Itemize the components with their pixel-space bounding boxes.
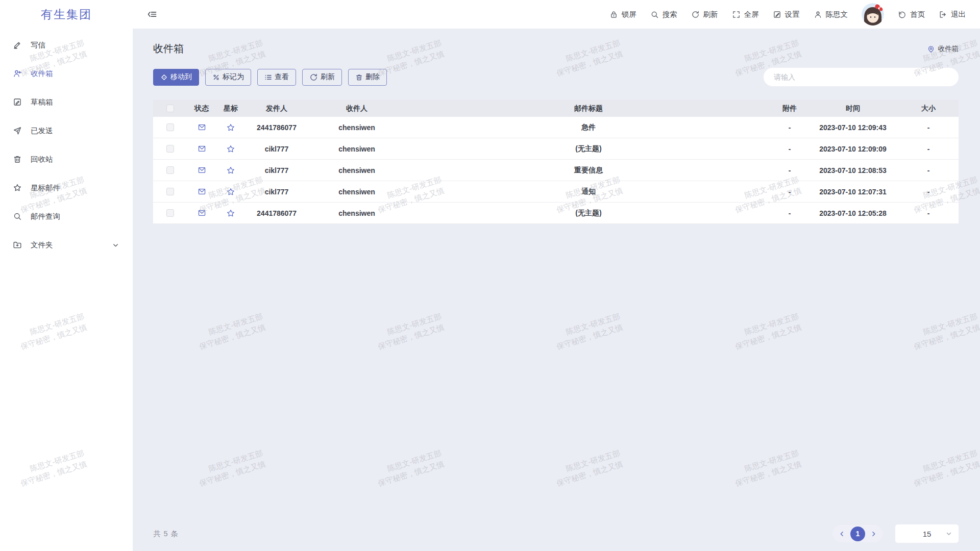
topbar-action-label: 全屏 xyxy=(744,10,759,19)
search-input[interactable] xyxy=(764,68,959,86)
subject-cell[interactable]: 重要信息 xyxy=(405,166,772,175)
delete-button[interactable]: 删除 xyxy=(348,69,387,86)
sidebar-item-starred[interactable]: 星标邮件 xyxy=(0,173,133,202)
sender-cell: cikl777 xyxy=(245,145,308,153)
star-icon[interactable] xyxy=(226,123,235,132)
topbar-action-refresh[interactable]: 刷新 xyxy=(691,10,718,19)
logout-icon xyxy=(939,10,947,19)
view-button[interactable]: 查看 xyxy=(257,69,296,86)
fullscreen-icon xyxy=(732,10,741,19)
sidebar-item-drafts[interactable]: 草稿箱 xyxy=(0,88,133,116)
sidebar-item-trash[interactable]: 回收站 xyxy=(0,145,133,173)
time-cell: 2023-07-10 12:09:09 xyxy=(807,145,898,153)
mail-search-icon xyxy=(13,212,22,221)
star-cell xyxy=(216,209,245,218)
recipient-value: chensiwen xyxy=(338,209,375,217)
row-checkbox-cell xyxy=(153,209,187,217)
sidebar-item-inbox[interactable]: 收件箱 xyxy=(0,59,133,88)
size-value: - xyxy=(927,188,930,196)
row-checkbox[interactable] xyxy=(166,123,174,131)
attachment-cell: - xyxy=(772,145,807,153)
table-footer: 共 5 条 1 15 xyxy=(153,524,959,543)
page-size-select[interactable]: 15 xyxy=(895,524,959,543)
next-page-icon[interactable] xyxy=(870,530,877,538)
row-checkbox[interactable] xyxy=(166,166,174,174)
trash-icon xyxy=(13,155,22,164)
location-pin-icon xyxy=(927,45,935,53)
star-icon[interactable] xyxy=(226,144,235,154)
topbar-action-label: 刷新 xyxy=(703,10,718,19)
row-checkbox-cell xyxy=(153,188,187,195)
subject-cell[interactable]: 通知 xyxy=(405,187,772,196)
star-icon[interactable] xyxy=(226,166,235,175)
sidebar-collapse-icon[interactable] xyxy=(147,9,157,21)
attachment-cell: - xyxy=(772,123,807,132)
attachment-value: - xyxy=(789,188,791,196)
time-value: 2023-07-10 12:09:09 xyxy=(819,145,887,153)
star-icon[interactable] xyxy=(226,187,235,196)
sidebar-item-label: 写信 xyxy=(31,40,45,50)
mark-as-button[interactable]: 标记为 xyxy=(205,69,251,86)
move-to-button[interactable]: 移动到 xyxy=(153,69,199,86)
attachment-value: - xyxy=(789,145,791,153)
sent-icon xyxy=(13,126,22,135)
column-header-label: 大小 xyxy=(921,104,936,113)
subject-cell[interactable]: 急件 xyxy=(405,123,772,132)
topbar-action-user[interactable]: 陈思文 xyxy=(814,10,848,19)
column-header-label: 时间 xyxy=(846,104,860,113)
recipient-cell: chensiwen xyxy=(308,188,405,196)
topbar-action-search[interactable]: 搜索 xyxy=(650,10,677,19)
user-avatar[interactable] xyxy=(862,3,884,26)
refresh-button[interactable]: 刷新 xyxy=(302,69,342,86)
status-cell xyxy=(187,187,216,196)
table-row[interactable]: cikl777chensiwen通知-2023-07-10 12:07:31- xyxy=(153,181,959,203)
prev-page-icon[interactable] xyxy=(838,530,846,538)
topbar-action-lock[interactable]: 锁屏 xyxy=(609,10,636,19)
subject-cell[interactable]: (无主题) xyxy=(405,144,772,154)
column-header-5: 邮件标题 xyxy=(405,104,772,113)
view-icon xyxy=(264,73,272,81)
size-cell: - xyxy=(898,145,959,153)
inbox-icon xyxy=(13,69,22,78)
star-cell xyxy=(216,123,245,132)
recipient-cell: chensiwen xyxy=(308,166,405,174)
button-label: 删除 xyxy=(365,72,380,82)
table-row[interactable]: cikl777chensiwen重要信息-2023-07-10 12:08:53… xyxy=(153,160,959,181)
row-checkbox[interactable] xyxy=(166,209,174,217)
sidebar-item-sent[interactable]: 已发送 xyxy=(0,116,133,145)
topbar-action-fullscreen[interactable]: 全屏 xyxy=(732,10,759,19)
topbar-action-home[interactable]: 首页 xyxy=(898,10,925,19)
subject-cell[interactable]: (无主题) xyxy=(405,209,772,218)
star-icon[interactable] xyxy=(226,209,235,218)
attachment-cell: - xyxy=(772,166,807,174)
sidebar-item-label: 收件箱 xyxy=(31,69,53,79)
star-cell xyxy=(216,144,245,154)
sidebar-item-compose[interactable]: 写信 xyxy=(0,31,133,59)
mail-status-icon xyxy=(198,166,206,174)
button-label: 查看 xyxy=(275,72,289,82)
sidebar-item-mail-search[interactable]: 邮件查询 xyxy=(0,202,133,231)
subject-value: (无主题) xyxy=(575,209,601,218)
page-number-button[interactable]: 1 xyxy=(850,527,865,541)
attachment-value: - xyxy=(789,209,791,217)
attachment-value: - xyxy=(789,166,791,174)
table-row[interactable]: cikl777chensiwen(无主题)-2023-07-10 12:09:0… xyxy=(153,138,959,160)
time-value: 2023-07-10 12:08:53 xyxy=(819,166,887,174)
sidebar-item-folders[interactable]: 文件夹 xyxy=(0,231,133,259)
topbar-action-label: 首页 xyxy=(910,10,925,19)
button-label: 标记为 xyxy=(223,72,244,82)
size-cell: - xyxy=(898,209,959,217)
topbar-action-logout[interactable]: 退出 xyxy=(939,10,966,19)
select-all-checkbox[interactable] xyxy=(166,105,174,112)
time-cell: 2023-07-10 12:09:43 xyxy=(807,123,898,132)
row-checkbox[interactable] xyxy=(166,145,174,153)
table-row[interactable]: 2441786077chensiwen急件-2023-07-10 12:09:4… xyxy=(153,117,959,138)
subject-value: 通知 xyxy=(581,187,596,196)
mail-table: 状态星标发件人收件人邮件标题附件时间大小 2441786077chensiwen… xyxy=(153,100,959,224)
chevron-down-icon[interactable] xyxy=(112,241,119,249)
table-row[interactable]: 2441786077chensiwen(无主题)-2023-07-10 12:0… xyxy=(153,203,959,224)
topbar-action-settings[interactable]: 设置 xyxy=(773,10,800,19)
time-cell: 2023-07-10 12:08:53 xyxy=(807,166,898,174)
sidebar-item-label: 草稿箱 xyxy=(31,97,53,107)
row-checkbox[interactable] xyxy=(166,188,174,195)
